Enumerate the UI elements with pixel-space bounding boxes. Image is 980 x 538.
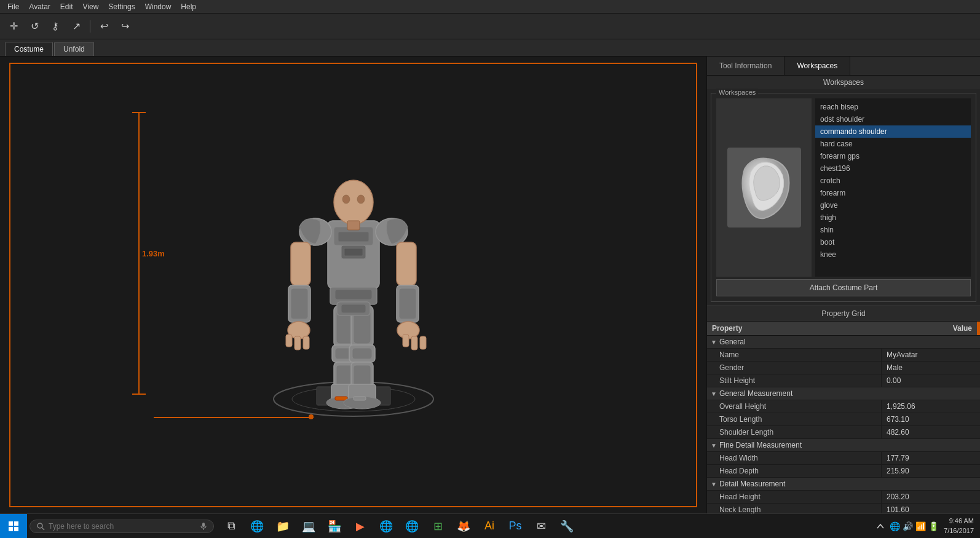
- workspace-item-1[interactable]: reach bisep: [815, 101, 971, 113]
- workspace-item-11[interactable]: shin: [815, 224, 971, 236]
- workspace-item-3[interactable]: commando shoulder: [815, 125, 971, 138]
- pg-key: Head Width: [707, 452, 882, 464]
- pg-value[interactable]: 203.20: [882, 491, 980, 503]
- task-view-button[interactable]: ⧉: [219, 514, 243, 539]
- svg-rect-28: [403, 334, 409, 347]
- svg-rect-6: [338, 232, 369, 242]
- svg-point-11: [334, 180, 373, 224]
- pg-value[interactable]: 482.60: [882, 426, 980, 438]
- group-arrow-icon: ▼: [711, 481, 717, 488]
- redo-button[interactable]: ↪: [116, 18, 133, 35]
- figure-svg: [224, 79, 483, 436]
- svg-rect-26: [399, 288, 416, 319]
- workspace-item-9[interactable]: glove: [815, 199, 971, 212]
- workspace-item-10[interactable]: thigh: [815, 212, 971, 224]
- store-icon[interactable]: 🏪: [322, 514, 347, 539]
- clock-time: 9:46 AM: [944, 516, 974, 526]
- pg-row: Head Depth 215.90: [707, 465, 980, 478]
- menu-settings[interactable]: Settings: [103, 1, 140, 12]
- file-explorer-icon[interactable]: 📁: [271, 514, 295, 539]
- link-tool-button[interactable]: ⚷: [47, 18, 64, 35]
- pg-value[interactable]: 673.10: [882, 413, 980, 425]
- undo-button[interactable]: ↩: [95, 18, 113, 35]
- media-icon[interactable]: ▶: [348, 514, 373, 539]
- tab-costume[interactable]: Costume: [5, 42, 53, 56]
- pg-value[interactable]: 0.00: [882, 374, 980, 387]
- windows-logo-icon: [9, 521, 18, 531]
- pg-row: Head Height 203.20: [707, 491, 980, 504]
- microphone-icon: [200, 523, 207, 530]
- tray-time[interactable]: 9:46 AM 7/16/2017: [944, 516, 974, 536]
- tab-unfold[interactable]: Unfold: [54, 42, 94, 56]
- tray-network-icon[interactable]: 📶: [915, 521, 926, 531]
- menu-view[interactable]: View: [78, 1, 104, 12]
- menu-edit[interactable]: Edit: [55, 1, 78, 12]
- browser-icon2[interactable]: 🌐: [374, 514, 398, 539]
- pg-group-detail-measurement[interactable]: ▼Detail Measurement: [707, 478, 980, 491]
- illustrator-icon[interactable]: Ai: [477, 514, 502, 539]
- svg-rect-10: [335, 290, 372, 299]
- pg-value[interactable]: Male: [882, 362, 980, 374]
- pg-group-general[interactable]: ▼General: [707, 336, 980, 349]
- chevron-up-icon[interactable]: [876, 522, 885, 531]
- edge-browser-icon[interactable]: 🌐: [245, 514, 269, 539]
- rotate-tool-button[interactable]: ↺: [26, 18, 43, 35]
- viewport-canvas[interactable]: 1.93m: [0, 57, 706, 513]
- export-tool-button[interactable]: ↗: [68, 18, 85, 35]
- workspace-list[interactable]: reach bisepodst shouldercommando shoulde…: [815, 98, 971, 277]
- pg-row: Torso Length 673.10: [707, 413, 980, 426]
- browser-icon3[interactable]: 🌐: [400, 514, 424, 539]
- menu-file[interactable]: File: [2, 1, 24, 12]
- search-input[interactable]: [49, 522, 196, 531]
- pg-value[interactable]: 1,925.06: [882, 400, 980, 413]
- tray-volume-icon[interactable]: 🔊: [903, 521, 913, 531]
- workspaces-section: Workspaces: [711, 93, 976, 302]
- pg-value[interactable]: 177.79: [882, 452, 980, 464]
- tabs-row: Costume Unfold: [0, 39, 980, 57]
- workspace-item-8[interactable]: forearm: [815, 187, 971, 199]
- workspace-item-12[interactable]: boot: [815, 236, 971, 248]
- pg-key: Overall Height: [707, 400, 882, 413]
- pc-icon[interactable]: 💻: [296, 514, 321, 539]
- tab-workspaces[interactable]: Workspaces: [784, 57, 850, 75]
- workspaces-inner: reach bisepodst shouldercommando shoulde…: [716, 98, 971, 277]
- search-bar[interactable]: [30, 520, 214, 533]
- menu-help[interactable]: Help: [176, 1, 201, 12]
- attach-costume-part-button[interactable]: Attach Costume Part: [716, 279, 971, 296]
- tab-tool-info[interactable]: Tool Information: [707, 57, 784, 75]
- workspace-item-5[interactable]: forearm gps: [815, 150, 971, 162]
- svg-rect-19: [291, 288, 308, 319]
- pg-group-fine-detail-measurement[interactable]: ▼Fine Detail Measurement: [707, 439, 980, 452]
- firefox-icon[interactable]: 🦊: [451, 514, 476, 539]
- viewport-area[interactable]: 1.93m: [0, 57, 706, 531]
- workspace-item-7[interactable]: crotch: [815, 175, 971, 187]
- workspace-item-2[interactable]: odst shoulder: [815, 113, 971, 125]
- workspace-item-6[interactable]: chest196: [815, 162, 971, 175]
- pg-value[interactable]: MyAvatar: [882, 349, 980, 361]
- app-icon-extra[interactable]: 🔧: [555, 514, 579, 539]
- svg-point-13: [357, 195, 365, 204]
- photoshop-icon[interactable]: Ps: [503, 514, 528, 539]
- workspace-item-13[interactable]: knee: [815, 248, 971, 261]
- svg-rect-29: [411, 336, 417, 350]
- workspace-item-4[interactable]: hard case: [815, 138, 971, 150]
- pg-group-general-measurement[interactable]: ▼General Measurement: [707, 387, 980, 400]
- taskbar: ⧉ 🌐 📁 💻 🏪 ▶ 🌐 🌐 ⊞ 🦊 Ai Ps ✉ 🔧 🌐 🔊 📶 🔋 9:…: [0, 513, 980, 538]
- pg-row: Gender Male: [707, 362, 980, 374]
- xbox-icon[interactable]: ⊞: [425, 514, 450, 539]
- pg-row: Name MyAvatar: [707, 349, 980, 362]
- start-button[interactable]: [0, 514, 27, 539]
- svg-rect-51: [9, 521, 13, 526]
- cursor-tool-button[interactable]: ✛: [5, 18, 22, 35]
- main-area: 1.93m: [0, 57, 980, 531]
- menu-avatar[interactable]: Avatar: [24, 1, 55, 12]
- email-icon[interactable]: ✉: [529, 514, 553, 539]
- menu-window[interactable]: Window: [140, 1, 176, 12]
- svg-point-12: [342, 195, 350, 204]
- property-grid-body[interactable]: ▼General Name MyAvatar Gender Male Stilt…: [707, 336, 980, 531]
- svg-rect-14: [347, 221, 360, 230]
- workspaces-label: Workspaces: [716, 89, 758, 96]
- toolbar: ✛ ↺ ⚷ ↗ ↩ ↪: [0, 14, 980, 39]
- svg-rect-54: [14, 527, 18, 531]
- pg-value[interactable]: 215.90: [882, 465, 980, 477]
